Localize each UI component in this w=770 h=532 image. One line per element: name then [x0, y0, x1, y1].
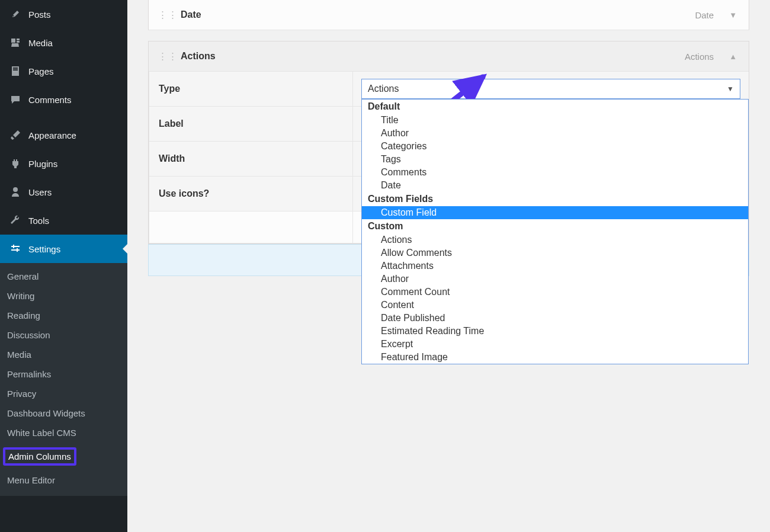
sidebar-item-users[interactable]: Users — [0, 178, 127, 206]
sidebar-item-label: Users — [28, 187, 52, 197]
setting-label-label: Label — [149, 107, 353, 142]
dropdown-option[interactable]: Estimated Reading Time — [362, 325, 748, 338]
submenu-writing[interactable]: Writing — [0, 286, 127, 306]
dropdown-option[interactable]: Content — [362, 299, 748, 312]
column-row-actions: ⋮⋮ Actions Actions ▲ Type Actions ▼ — [148, 41, 749, 244]
media-icon — [8, 36, 23, 50]
setting-label-width: Width — [149, 142, 353, 177]
chevron-down-icon[interactable]: ▼ — [729, 11, 737, 20]
submenu-reading[interactable]: Reading — [0, 306, 127, 325]
setting-label-icons: Use icons? — [149, 177, 353, 211]
drag-handle-icon[interactable]: ⋮⋮ — [158, 51, 170, 62]
sidebar-item-pages[interactable]: Pages — [0, 57, 127, 85]
dropdown-option[interactable]: Comment Count — [362, 286, 748, 299]
column-title: Date — [181, 9, 695, 20]
column-title: Actions — [181, 51, 685, 62]
sliders-icon — [8, 242, 23, 256]
submenu-media[interactable]: Media — [0, 345, 127, 364]
admin-sidebar: Posts Media Pages Comments Appearance — [0, 0, 127, 532]
sidebar-item-label: Plugins — [28, 159, 57, 169]
submenu-general[interactable]: General — [0, 267, 127, 286]
type-select-value: Actions — [368, 84, 399, 94]
setting-label-type: Type — [149, 72, 353, 107]
column-indicator: Actions — [685, 52, 714, 62]
svg-point-0 — [13, 187, 18, 192]
submenu-dashboard-widgets[interactable]: Dashboard Widgets — [0, 403, 127, 423]
sidebar-item-label: Comments — [28, 95, 72, 105]
sidebar-item-label: Pages — [28, 66, 54, 76]
dropdown-option[interactable]: Author — [362, 273, 748, 286]
sidebar-item-tools[interactable]: Tools — [0, 206, 127, 235]
page-icon — [8, 64, 23, 78]
column-indicator: Date — [695, 10, 714, 20]
dropdown-option[interactable]: Attachments — [362, 259, 748, 273]
pin-icon — [8, 7, 23, 21]
dropdown-option[interactable]: Date — [362, 179, 748, 192]
setting-control-type: Actions ▼ DefaultTitleAuthorCategoriesTa… — [353, 72, 749, 107]
main-content: ⋮⋮ Date Date ▼ ⋮⋮ Actions Actions ▲ Type… — [127, 0, 770, 532]
plug-icon — [8, 156, 23, 171]
sidebar-item-plugins[interactable]: Plugins — [0, 149, 127, 178]
sidebar-item-comments[interactable]: Comments — [0, 85, 127, 114]
caret-down-icon: ▼ — [727, 85, 734, 93]
chevron-up-icon[interactable]: ▲ — [729, 52, 737, 61]
dropdown-group: Default — [362, 100, 748, 114]
submenu-menu-editor[interactable]: Menu Editor — [0, 470, 127, 490]
submenu-white-label-cms[interactable]: White Label CMS — [0, 423, 127, 443]
brush-icon — [8, 128, 23, 142]
drag-handle-icon[interactable]: ⋮⋮ — [158, 9, 170, 20]
setting-footer — [149, 211, 353, 243]
sidebar-item-media[interactable]: Media — [0, 28, 127, 57]
column-header-actions[interactable]: ⋮⋮ Actions Actions ▲ — [149, 41, 749, 72]
dropdown-option[interactable]: Featured Image — [362, 351, 748, 364]
dropdown-option[interactable]: Title — [362, 114, 748, 127]
dropdown-group: Custom Fields — [362, 192, 748, 206]
dropdown-option[interactable]: Categories — [362, 140, 748, 153]
dropdown-option[interactable]: Comments — [362, 166, 748, 179]
sidebar-item-label: Appearance — [28, 130, 76, 140]
user-icon — [8, 185, 23, 199]
type-dropdown[interactable]: DefaultTitleAuthorCategoriesTagsComments… — [361, 99, 749, 364]
dropdown-option[interactable]: Tags — [362, 153, 748, 166]
comment-icon — [8, 92, 23, 107]
submenu-admin-columns[interactable]: Admin Columns — [0, 443, 127, 470]
sidebar-item-label: Media — [28, 38, 53, 48]
dropdown-option[interactable]: Excerpt — [362, 338, 748, 351]
submenu-discussion[interactable]: Discussion — [0, 325, 127, 345]
sidebar-item-appearance[interactable]: Appearance — [0, 121, 127, 149]
column-row-date[interactable]: ⋮⋮ Date Date ▼ — [148, 0, 749, 30]
submenu-privacy[interactable]: Privacy — [0, 384, 127, 403]
dropdown-option[interactable]: Actions — [362, 233, 748, 246]
wrench-icon — [8, 213, 23, 227]
sidebar-item-settings[interactable]: Settings — [0, 235, 127, 263]
sidebar-item-posts[interactable]: Posts — [0, 0, 127, 28]
sidebar-item-label: Settings — [28, 244, 60, 254]
dropdown-option[interactable]: Author — [362, 127, 748, 140]
settings-submenu: General Writing Reading Discussion Media… — [0, 263, 127, 496]
submenu-permalinks[interactable]: Permalinks — [0, 364, 127, 384]
dropdown-option[interactable]: Custom Field — [362, 206, 748, 219]
dropdown-option[interactable]: Allow Comments — [362, 246, 748, 259]
type-select[interactable]: Actions ▼ — [361, 79, 740, 99]
dropdown-option[interactable]: Date Published — [362, 312, 748, 325]
dropdown-group: Custom — [362, 219, 748, 233]
sidebar-item-label: Posts — [28, 9, 51, 20]
sidebar-item-label: Tools — [28, 216, 49, 226]
column-settings: Type Actions ▼ DefaultTitleAuthorCategor… — [149, 72, 749, 243]
